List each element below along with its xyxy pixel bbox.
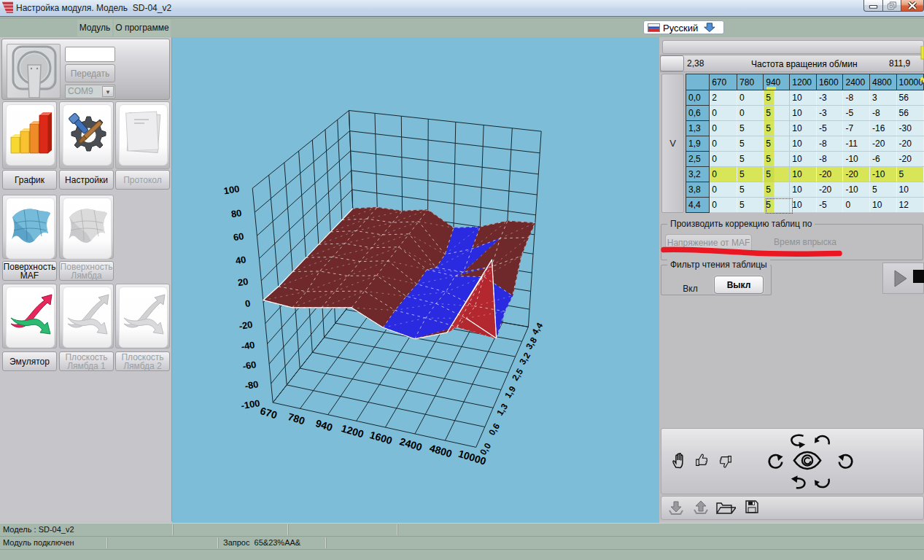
- svg-text:80: 80: [230, 207, 243, 219]
- svg-text:-20: -20: [238, 319, 254, 332]
- svg-text:-60: -60: [242, 359, 257, 372]
- svg-text:-80: -80: [244, 378, 260, 392]
- svg-text:-40: -40: [241, 339, 256, 352]
- svg-text:40: 40: [235, 254, 247, 266]
- svg-text:20: 20: [237, 276, 249, 288]
- svg-text:60: 60: [233, 230, 245, 243]
